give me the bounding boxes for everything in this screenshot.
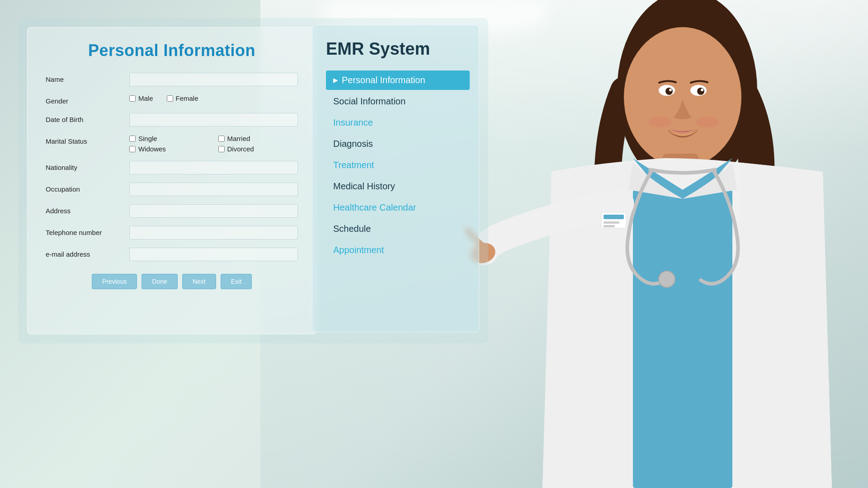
emr-menu-social-information[interactable]: Social Information — [326, 92, 470, 111]
gender-female[interactable]: Female — [167, 94, 198, 102]
occupation-input[interactable] — [129, 183, 298, 196]
address-label: Address — [46, 204, 129, 215]
marital-divorced-label: Divorced — [227, 145, 254, 153]
exit-button[interactable]: Exit — [221, 274, 252, 289]
emr-menu-schedule-label: Schedule — [333, 224, 371, 234]
marital-single[interactable]: Single — [129, 135, 209, 142]
svg-rect-17 — [604, 225, 615, 227]
emr-menu-insurance-label: Insurance — [333, 117, 373, 128]
nationality-field — [129, 161, 298, 174]
emr-menu-treatment-label: Treatment — [333, 160, 374, 170]
form-buttons: Previous Done Next Exit — [46, 274, 298, 289]
emr-menu-healthcare-calendar[interactable]: Healthcare Calendar — [326, 198, 470, 217]
marital-options: Single Married Widowes Divorced — [129, 135, 298, 153]
marital-row: Marital Status Single Married Widowes Di… — [46, 135, 298, 153]
emr-menu-appointment-label: Appointment — [333, 245, 384, 255]
address-row: Address — [46, 204, 298, 218]
gender-male[interactable]: Male — [129, 94, 153, 102]
marital-divorced[interactable]: Divorced — [218, 145, 298, 153]
marital-single-checkbox[interactable] — [129, 136, 136, 142]
emr-menu-healthcare-calendar-label: Healthcare Calendar — [333, 202, 416, 213]
dob-row: Date of Birth — [46, 113, 298, 127]
form-title: Personal Information — [46, 41, 298, 60]
previous-button[interactable]: Previous — [92, 274, 137, 289]
marital-label: Marital Status — [46, 135, 129, 145]
telephone-field — [129, 226, 298, 239]
marital-married-label: Married — [227, 135, 250, 142]
marital-widowes[interactable]: Widowes — [129, 145, 209, 153]
emr-menu-insurance[interactable]: Insurance — [326, 113, 470, 132]
emr-panel: EMR System Personal Information Social I… — [312, 25, 479, 332]
gender-field: Male Female — [129, 94, 298, 102]
marital-field: Single Married Widowes Divorced — [129, 135, 298, 153]
email-row: e-mail address — [46, 248, 298, 261]
emr-menu-schedule[interactable]: Schedule — [326, 219, 470, 239]
svg-point-9 — [697, 88, 704, 95]
emr-menu-appointment[interactable]: Appointment — [326, 240, 470, 260]
emr-title: EMR System — [326, 39, 470, 60]
nationality-label: Nationality — [46, 161, 129, 171]
emr-menu-medical-history[interactable]: Medical History — [326, 177, 470, 196]
marital-widowes-checkbox[interactable] — [129, 146, 136, 152]
emr-menu-diagnosis[interactable]: Diagnosis — [326, 134, 470, 154]
emr-menu-treatment[interactable]: Treatment — [326, 155, 470, 175]
marital-married[interactable]: Married — [218, 135, 298, 142]
svg-rect-16 — [604, 221, 619, 224]
gender-female-label: Female — [176, 94, 198, 102]
emr-menu-diagnosis-label: Diagnosis — [333, 139, 373, 149]
svg-point-4 — [659, 271, 675, 287]
email-field — [129, 248, 298, 261]
emr-menu-personal-information[interactable]: Personal Information — [326, 70, 470, 90]
done-button[interactable]: Done — [142, 274, 177, 289]
nationality-input[interactable] — [129, 161, 298, 174]
doctor-svg — [461, 0, 868, 488]
svg-point-12 — [649, 117, 671, 127]
marital-widowes-label: Widowes — [138, 145, 166, 153]
email-label: e-mail address — [46, 248, 129, 258]
name-field — [129, 73, 298, 86]
marital-married-checkbox[interactable] — [218, 136, 225, 142]
doctor-image — [461, 0, 868, 488]
svg-point-8 — [665, 88, 673, 95]
gender-male-label: Male — [138, 94, 153, 102]
gender-female-checkbox[interactable] — [167, 95, 173, 102]
gender-row: Gender Male Female — [46, 94, 298, 105]
email-input[interactable] — [129, 248, 298, 261]
telephone-row: Telephone number — [46, 226, 298, 239]
emr-menu-personal-information-label: Personal Information — [342, 75, 425, 85]
dob-input[interactable] — [129, 113, 298, 127]
next-button[interactable]: Next — [182, 274, 216, 289]
marital-divorced-checkbox[interactable] — [218, 146, 225, 152]
gender-male-checkbox[interactable] — [129, 95, 136, 102]
telephone-input[interactable] — [129, 226, 298, 239]
name-label: Name — [46, 73, 129, 83]
emr-menu-social-information-label: Social Information — [333, 96, 406, 107]
occupation-field — [129, 183, 298, 196]
svg-point-13 — [696, 117, 719, 127]
telephone-label: Telephone number — [46, 226, 129, 236]
svg-point-10 — [669, 89, 672, 91]
dob-field — [129, 113, 298, 127]
address-field — [129, 204, 298, 218]
occupation-row: Occupation — [46, 183, 298, 196]
svg-point-1 — [624, 27, 741, 167]
occupation-label: Occupation — [46, 183, 129, 193]
name-row: Name — [46, 73, 298, 86]
svg-rect-3 — [633, 190, 732, 488]
address-input[interactable] — [129, 204, 298, 218]
marital-single-label: Single — [138, 135, 157, 142]
gender-options: Male Female — [129, 94, 298, 102]
nationality-row: Nationality — [46, 161, 298, 174]
personal-information-panel: Personal Information Name Gender Male Fe… — [27, 27, 316, 334]
emr-menu-medical-history-label: Medical History — [333, 181, 395, 192]
svg-rect-15 — [604, 215, 624, 219]
gender-label: Gender — [46, 94, 129, 105]
name-input[interactable] — [129, 73, 298, 86]
svg-point-11 — [701, 89, 703, 91]
dob-label: Date of Birth — [46, 113, 129, 123]
